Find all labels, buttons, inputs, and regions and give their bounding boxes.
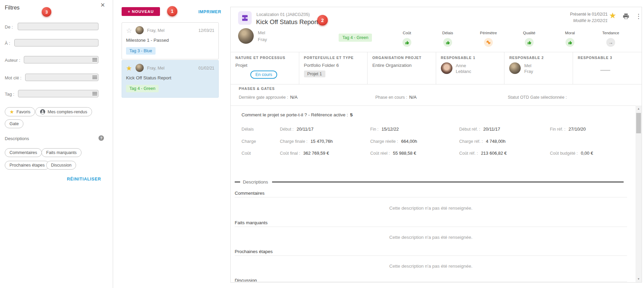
section-underline	[235, 227, 627, 227]
filter-keyword-input[interactable]	[25, 74, 99, 81]
indicator-scope: Périmètre	[468, 31, 509, 47]
discussion-filter-chip[interactable]: Discussion	[46, 161, 76, 170]
star-filled-icon[interactable]: ★	[126, 64, 132, 72]
next-steps-chip-label: Prochaines étapes	[10, 163, 45, 168]
author-last-name: Fray	[258, 36, 267, 43]
tag-badge: Tag 4 - Green	[126, 85, 159, 92]
report-title: Kick Off Status Report	[256, 18, 318, 26]
scroll-down-arrow[interactable]: ▼	[636, 277, 642, 281]
metric-label: Charge réf. :	[459, 139, 483, 144]
metric-value: 664,00h	[401, 139, 417, 144]
info-header: RESPONSABLE 1	[441, 56, 504, 60]
filter-from-label: De :	[5, 24, 13, 30]
indicator-delay: Délais	[427, 31, 468, 47]
reset-filters-link[interactable]: RÉINITIALISER	[67, 177, 101, 181]
metric-cell: Coût final :362 769,59 €	[280, 151, 329, 156]
empty-description-text: Cette description n'a pas été renseignée…	[235, 206, 627, 211]
gate-filter-chip[interactable]: Gate	[5, 119, 23, 128]
help-icon[interactable]: ?	[99, 135, 104, 141]
comments-filter-chip[interactable]: Commentaires	[5, 148, 42, 157]
info-value: Portfolio Folder 6	[304, 63, 368, 68]
metric-cell: Charge finale :15 470,76h	[280, 139, 333, 144]
indicator-cost: Coût	[387, 31, 427, 47]
print-link[interactable]: IMPRIMER	[198, 9, 221, 14]
discussion-chip-label: Discussion	[51, 163, 71, 168]
project-label: Localization 01 (JA8CGZ05)	[256, 12, 310, 17]
modified-date: Modifié le 22/02/21	[570, 18, 608, 23]
report-body-scroll-area: Comment le projet se porte-t-il ? - Réfé…	[231, 105, 642, 282]
scroll-up-arrow[interactable]: ▲	[636, 107, 642, 110]
close-icon[interactable]: ×	[101, 1, 105, 9]
report-list-item-selected[interactable]: ★ Fray, Mel 01/02/21 Kick Off Status Rep…	[122, 60, 219, 98]
filter-tag-input[interactable]	[18, 90, 99, 97]
phase-label: Phase en cours :	[375, 95, 407, 100]
filter-from-input[interactable]	[18, 23, 99, 30]
current-phase: Phase en cours :N/A	[375, 95, 416, 100]
filter-to-label: À :	[5, 41, 10, 46]
report-item-author: Fray, Mel	[147, 66, 164, 71]
presented-date: Présenté le 01/02/21	[570, 12, 608, 17]
favorite-star-icon[interactable]: ★	[609, 11, 616, 20]
avatar	[136, 26, 144, 34]
print-icon[interactable]	[623, 13, 629, 20]
report-dates: Présenté le 01/02/21 Modifié le 22/02/21	[570, 12, 608, 23]
indicator-morale: Moral	[550, 31, 590, 47]
metric-cell: Coût réel :55 988,58 €	[370, 151, 416, 156]
indicator-label: Périmètre	[468, 31, 509, 35]
responsible-name: Anne Leblanc	[456, 62, 471, 74]
person-icon	[40, 109, 45, 114]
author-first-name: Mel	[258, 30, 267, 36]
info-cell-portfolio: PORTEFEUILLE ET TYPE Portfolio Folder 6 …	[299, 52, 368, 84]
phases-gates-section: PHASES & GATES Dernière gate approuvée :…	[231, 84, 642, 106]
phase-value: N/A	[409, 95, 417, 100]
section-underline	[235, 255, 627, 256]
phase-label: Dernière gate approuvée :	[239, 95, 288, 100]
vertical-scrollbar[interactable]: ▲ ▼	[636, 105, 642, 282]
info-header: RESPONSABLE 3	[578, 56, 642, 60]
thumb-up-icon	[525, 38, 534, 47]
new-report-button[interactable]: + NOUVEAU	[122, 7, 160, 16]
avatar	[136, 64, 144, 72]
responsible-name: Mel Fray	[524, 62, 533, 74]
comments-chip-label: Commentaires	[10, 150, 37, 155]
type-chip: Projet 1	[304, 71, 325, 77]
my-reports-filter-chip[interactable]: Mes comptes-rendus	[35, 107, 92, 116]
metric-label: Coût final :	[280, 151, 300, 156]
report-item-date: 01/02/21	[198, 66, 214, 71]
info-header: PORTEFEUILLE ET TYPE	[304, 56, 368, 60]
favorites-filter-chip[interactable]: ★ Favoris	[5, 107, 35, 116]
responsible-first-name: Anne	[456, 63, 471, 69]
metric-value: 20/11/17	[297, 127, 314, 132]
highlights-filter-chip[interactable]: Faits marquants	[41, 148, 82, 157]
favorites-chip-label: Favoris	[16, 110, 30, 114]
otd-gate-status: Statut OTD Gate sélectionnée :	[508, 95, 569, 100]
filter-to-input[interactable]	[14, 39, 99, 46]
project-icon	[238, 11, 252, 25]
empty-description-text: Cette description n'a pas été renseignée…	[235, 235, 627, 240]
info-cell-responsible-2: RESPONSABLE 2 Mel Fray	[504, 52, 573, 84]
annotation-step-3-badge: 3	[42, 7, 51, 17]
more-options-icon[interactable]: ⋮	[636, 13, 642, 20]
metric-value: 20/11/17	[483, 127, 500, 132]
star-outline-icon[interactable]: ☆	[126, 27, 132, 34]
section-underline	[235, 197, 627, 197]
report-item-date: 12/03/21	[198, 28, 214, 33]
thumb-up-icon	[402, 38, 411, 47]
info-cell-organization: ORGANISATION PROJET Entire Organization	[368, 52, 436, 84]
tag-badge: Tag 3 - Blue	[126, 47, 156, 55]
arrow-right-icon: →	[606, 38, 615, 47]
metric-value: 55 988,58 €	[393, 151, 416, 156]
filter-author-input[interactable]	[24, 56, 99, 63]
annotation-step-2-badge: 2	[317, 15, 328, 25]
scrollbar-thumb[interactable]	[636, 113, 641, 133]
metric-value: 362 769,59 €	[303, 151, 329, 156]
phase-label: Statut OTD Gate sélectionnée :	[508, 95, 567, 100]
responsible-last-name: Leblanc	[456, 69, 471, 74]
metric-cell: Coût budgété :0,00 €	[550, 151, 593, 156]
report-item-title: Kick Off Status Report	[126, 75, 171, 80]
indicator-quality: Qualité	[509, 31, 550, 47]
report-author: Mel Fray	[258, 30, 267, 43]
next-steps-filter-chip[interactable]: Prochaines étapes	[5, 161, 50, 170]
report-list-item[interactable]: ☆ Fray, Mel 12/03/21 Milestone 1 - Passe…	[122, 22, 219, 59]
info-cell-responsible-1: RESPONSABLE 1 Anne Leblanc	[436, 52, 505, 84]
